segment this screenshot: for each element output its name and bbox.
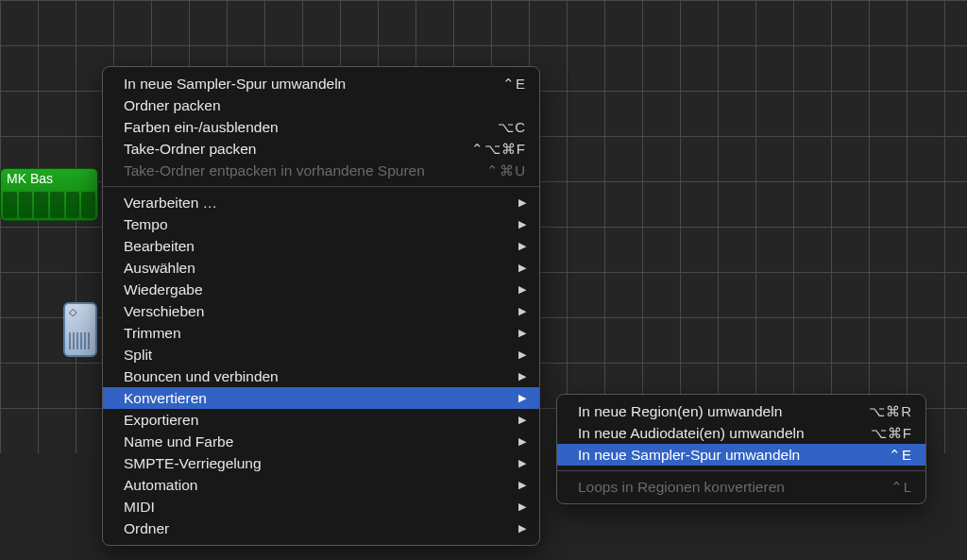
shortcut: ⌃⌥⌘F — [471, 141, 526, 158]
midi-region-mk-bass[interactable]: MK Bas — [0, 168, 98, 221]
menu-item-move[interactable]: Verschieben ▶ — [103, 300, 539, 322]
audio-region[interactable] — [63, 302, 97, 357]
menu-item-pack-folder[interactable]: Ordner packen — [103, 94, 539, 116]
shortcut: ⌥C — [498, 119, 526, 136]
menu-item-pack-take-folder[interactable]: Take-Ordner packen ⌃⌥⌘F — [103, 138, 539, 160]
shortcut: ⌃E — [502, 76, 526, 93]
submenu-arrow-icon: ▶ — [518, 522, 526, 535]
menu-separator — [103, 186, 539, 187]
menu-item-process[interactable]: Verarbeiten … ▶ — [103, 192, 539, 213]
menu-item-tempo[interactable]: Tempo ▶ — [103, 213, 539, 235]
menu-label: Name und Farbe — [124, 433, 509, 450]
menu-label: Farben ein-/ausblenden — [124, 119, 498, 136]
menu-label: MIDI — [124, 499, 509, 516]
menu-item-smpte-lock[interactable]: SMPTE-Verriegelung ▶ — [103, 452, 539, 474]
menu-label: Verschieben — [124, 303, 509, 320]
menu-label: Auswählen — [124, 260, 509, 277]
menu-label: Ordner packen — [124, 97, 526, 114]
menu-label: Loops in Regionen konvertieren — [578, 479, 891, 496]
shortcut: ⌥⌘R — [869, 403, 912, 420]
shortcut: ⌃E — [889, 447, 912, 464]
menu-item-edit[interactable]: Bearbeiten ▶ — [103, 235, 539, 257]
submenu-arrow-icon: ▶ — [518, 327, 526, 339]
shortcut: ⌥⌘F — [871, 425, 912, 442]
menu-item-midi[interactable]: MIDI ▶ — [103, 496, 539, 518]
menu-label: Take-Ordner entpacken in vorhandene Spur… — [124, 162, 486, 179]
menu-item-trim[interactable]: Trimmen ▶ — [103, 322, 539, 344]
menu-separator — [557, 470, 925, 471]
submenu-arrow-icon: ▶ — [518, 262, 526, 274]
menu-label: In neue Region(en) umwandeln — [578, 403, 869, 420]
menu-item-toggle-colors[interactable]: Farben ein-/ausblenden ⌥C — [103, 116, 539, 138]
menu-label: Verarbeiten … — [124, 195, 509, 212]
menu-label: Bearbeiten — [124, 238, 509, 255]
menu-item-unpack-take-folder: Take-Ordner entpacken in vorhandene Spur… — [103, 160, 539, 181]
menu-item-folder[interactable]: Ordner ▶ — [103, 518, 539, 539]
submenu-arrow-icon: ▶ — [518, 240, 526, 252]
menu-item-name-color[interactable]: Name und Farbe ▶ — [103, 431, 539, 452]
menu-label: In neue Sampler-Spur umwandeln — [578, 447, 889, 464]
menu-item-select[interactable]: Auswählen ▶ — [103, 257, 539, 279]
submenu-arrow-icon: ▶ — [518, 305, 526, 317]
submenu-arrow-icon: ▶ — [518, 392, 526, 404]
submenu-convert: In neue Region(en) umwandeln ⌥⌘R In neue… — [556, 394, 926, 504]
submenu-arrow-icon: ▶ — [518, 370, 526, 382]
submenu-arrow-icon: ▶ — [518, 283, 526, 296]
menu-label: Split — [124, 347, 509, 364]
menu-item-playback[interactable]: Wiedergabe ▶ — [103, 279, 539, 300]
menu-item-automation[interactable]: Automation ▶ — [103, 474, 539, 496]
menu-label: Ordner — [124, 520, 509, 537]
submenu-item-new-regions[interactable]: In neue Region(en) umwandeln ⌥⌘R — [557, 400, 925, 422]
menu-label: Tempo — [124, 216, 509, 233]
shortcut: ⌃⌘U — [486, 162, 526, 179]
menu-item-convert-to-sampler-track[interactable]: In neue Sampler-Spur umwandeln ⌃E — [103, 73, 539, 94]
region-label: MK Bas — [7, 171, 53, 186]
submenu-arrow-icon: ▶ — [518, 457, 526, 469]
submenu-item-new-audio-files[interactable]: In neue Audiodatei(en) umwandeln ⌥⌘F — [557, 422, 925, 444]
submenu-arrow-icon: ▶ — [518, 435, 526, 448]
submenu-arrow-icon: ▶ — [518, 414, 526, 426]
menu-item-bounce-join[interactable]: Bouncen und verbinden ▶ — [103, 365, 539, 387]
menu-label: Bouncen und verbinden — [124, 368, 509, 385]
menu-label: Automation — [124, 477, 509, 494]
menu-label: Trimmen — [124, 325, 509, 342]
menu-label: Wiedergabe — [124, 281, 509, 298]
menu-label: Konvertieren — [124, 390, 509, 407]
menu-label: In neue Audiodatei(en) umwandeln — [578, 425, 871, 442]
submenu-arrow-icon: ▶ — [518, 218, 526, 230]
menu-label: SMPTE-Verriegelung — [124, 455, 509, 472]
menu-item-split[interactable]: Split ▶ — [103, 344, 539, 365]
menu-label: Take-Ordner packen — [124, 141, 471, 158]
shortcut: ⌃L — [891, 479, 912, 496]
menu-label: In neue Sampler-Spur umwandeln — [124, 76, 502, 93]
submenu-arrow-icon: ▶ — [518, 479, 526, 491]
submenu-arrow-icon: ▶ — [518, 501, 526, 513]
menu-item-convert[interactable]: Konvertieren ▶ — [103, 387, 539, 409]
menu-item-export[interactable]: Exportieren ▶ — [103, 409, 539, 431]
submenu-arrow-icon: ▶ — [518, 196, 526, 209]
menu-label: Exportieren — [124, 412, 509, 429]
submenu-arrow-icon: ▶ — [518, 348, 526, 361]
submenu-item-loops-to-regions: Loops in Regionen konvertieren ⌃L — [557, 476, 925, 498]
submenu-item-new-sampler-track[interactable]: In neue Sampler-Spur umwandeln ⌃E — [557, 444, 925, 466]
context-menu: In neue Sampler-Spur umwandeln ⌃E Ordner… — [102, 66, 540, 546]
